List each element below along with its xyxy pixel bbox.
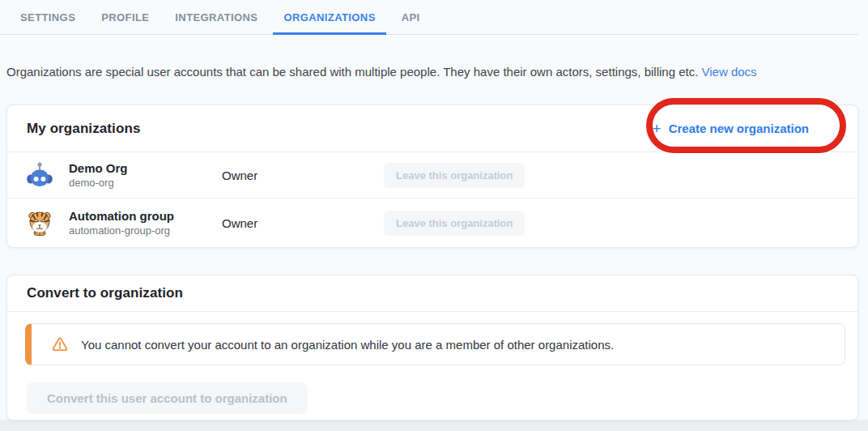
settings-tab-bar: SETTINGS PROFILE INTEGRATIONS ORGANIZATI… [0,0,858,35]
page-content: SETTINGS PROFILE INTEGRATIONS ORGANIZATI… [0,0,868,420]
tab-organizations[interactable]: ORGANIZATIONS [273,0,385,35]
organizations-intro-text: Organizations are special user accounts … [6,64,868,80]
create-new-organization-label: Create new organization [669,122,809,135]
warning-message: You cannot convert your account to an or… [81,338,614,352]
organizations-settings-page: SETTINGS PROFILE INTEGRATIONS ORGANIZATI… [0,0,868,431]
my-organizations-title: My organizations [27,121,140,137]
organization-role: Owner [222,216,384,230]
convert-to-organization-panel: Convert to organization You cannot conve… [6,275,858,420]
convert-section-header: Convert to organization [7,275,857,312]
organization-row-demo-org: Demo Org demo-org Owner Leave this organ… [7,152,857,198]
leave-organization-button[interactable]: Leave this organization [384,211,525,236]
organization-name: Automation group [69,208,222,224]
warning-callout: You cannot convert your account to an or… [25,323,845,365]
robot-avatar-icon [25,160,54,190]
organization-row-automation-group: Automation group automation-group-org Ow… [7,198,857,247]
convert-section-title: Convert to organization [27,285,183,301]
my-organizations-panel: My organizations + Create new organizati… [6,105,858,248]
tab-integrations[interactable]: INTEGRATIONS [164,0,268,35]
organization-role: Owner [222,169,384,182]
warning-triangle-icon [51,335,69,353]
my-organizations-header: My organizations + Create new organizati… [7,105,857,152]
organization-identity: Demo Org demo-org [69,160,222,190]
leave-organization-button[interactable]: Leave this organization [384,163,525,188]
tab-api[interactable]: API [391,0,431,35]
tab-settings[interactable]: SETTINGS [10,0,86,35]
organization-slug: demo-org [69,176,222,190]
tab-profile[interactable]: PROFILE [91,0,160,35]
create-new-organization-button[interactable]: + Create new organization [636,113,838,144]
organization-name: Demo Org [69,160,222,176]
plus-icon: + [653,121,662,136]
organization-identity: Automation group automation-group-org [69,208,222,237]
tiger-avatar-icon [25,208,54,237]
convert-account-button[interactable]: Convert this user account to organizatio… [27,382,308,414]
organization-slug: automation-group-org [69,224,222,237]
view-docs-link[interactable]: View docs [702,65,757,79]
intro-text: Organizations are special user accounts … [6,65,698,79]
